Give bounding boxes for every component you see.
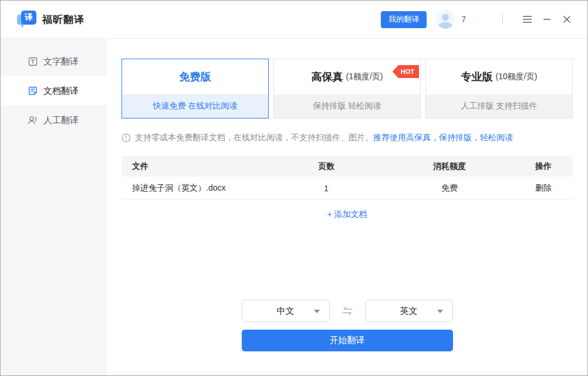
page-count: 1 <box>268 184 385 193</box>
delete-button[interactable]: 删除 <box>514 183 573 194</box>
table-row: 掉进兔子洞（英文）.docx 1 免费 删除 <box>121 177 573 200</box>
plan-description: 人工排版 支持扫描件 <box>426 94 572 118</box>
file-name: 掉进兔子洞（英文）.docx <box>121 183 268 194</box>
human-translate-icon <box>28 116 38 126</box>
column-header-quota: 消耗额度 <box>385 161 514 172</box>
titlebar-actions: 我的翻译 7 <box>381 10 575 29</box>
sidebar: 文字翻译 文档翻译 <box>1 39 107 375</box>
avatar[interactable] <box>436 10 455 29</box>
main-content: 免费版 快速免费 在线对比阅读 HOT 高保真 (1额度/页) 保持排版 轻松阅… <box>107 39 587 375</box>
sidebar-item-text-translate[interactable]: 文字翻译 <box>1 47 107 76</box>
plan-title: 高保真 <box>312 70 343 84</box>
swap-languages-icon[interactable] <box>330 306 365 316</box>
sidebar-item-label: 文字翻译 <box>43 56 79 67</box>
plan-card-free[interactable]: 免费版 快速免费 在线对比阅读 <box>121 59 269 118</box>
notice-bar: 支持零成本免费翻译文档，在线对比阅读，不支持扫描件、图片。 推荐使用高保真，保持… <box>121 133 573 143</box>
app-title: 福昕翻译 <box>42 13 85 26</box>
start-translate-button[interactable]: 开始翻译 <box>242 330 453 351</box>
plan-title: 免费版 <box>180 70 211 84</box>
plan-card-pro[interactable]: 专业版 (10额度/页) 人工排版 支持扫描件 <box>425 59 573 118</box>
logo-glyph: 译 <box>21 11 36 25</box>
sidebar-item-label: 人工翻译 <box>43 115 79 126</box>
user-avatar-icon <box>436 10 455 29</box>
table-header: 文件 页数 消耗额度 操作 <box>121 156 573 177</box>
sidebar-item-label: 文档翻译 <box>43 86 79 97</box>
add-document-row: + 添加文档 <box>121 209 573 220</box>
app-logo-icon: 译 <box>17 11 36 28</box>
column-header-pages: 页数 <box>268 161 385 172</box>
source-language-value: 中文 <box>277 306 295 317</box>
add-document-link[interactable]: + 添加文档 <box>327 209 367 219</box>
plan-cards: 免费版 快速免费 在线对比阅读 HOT 高保真 (1额度/页) 保持排版 轻松阅… <box>121 59 573 118</box>
my-translations-button[interactable]: 我的翻译 <box>381 11 427 28</box>
plan-card-hifi[interactable]: HOT 高保真 (1额度/页) 保持排版 轻松阅读 <box>273 59 421 118</box>
document-translate-icon <box>28 86 38 96</box>
close-icon[interactable] <box>559 12 575 27</box>
plan-price: (10额度/页) <box>496 72 538 82</box>
target-language-select[interactable]: 英文 <box>365 300 453 322</box>
text-translate-icon <box>28 57 38 67</box>
plan-price: (1额度/页) <box>346 72 383 82</box>
file-table: 文件 页数 消耗额度 操作 掉进兔子洞（英文）.docx 1 免费 删除 <box>121 156 573 200</box>
menu-icon[interactable] <box>519 12 535 27</box>
column-header-file: 文件 <box>121 161 268 172</box>
plan-description: 快速免费 在线对比阅读 <box>122 94 268 118</box>
column-header-action: 操作 <box>514 161 573 172</box>
sidebar-item-document-translate[interactable]: 文档翻译 <box>1 76 107 106</box>
title-bar: 译 福昕翻译 我的翻译 7 <box>1 1 587 39</box>
app-window: 译 福昕翻译 我的翻译 7 <box>0 0 588 376</box>
notice-text: 支持零成本免费翻译文档，在线对比阅读，不支持扫描件、图片。 <box>135 133 373 143</box>
recommend-hifi-link[interactable]: 推荐使用高保真，保持排版，轻松阅读 <box>373 133 513 143</box>
source-language-select[interactable]: 中文 <box>242 300 330 322</box>
info-icon <box>121 133 131 143</box>
language-selector-row: 中文 英文 <box>121 300 573 322</box>
minimize-icon[interactable] <box>539 12 555 27</box>
target-language-value: 英文 <box>400 306 418 317</box>
quota-value: 免费 <box>385 183 514 194</box>
divider <box>502 14 503 25</box>
plan-title: 专业版 <box>461 70 493 84</box>
chevron-down-icon <box>314 310 320 313</box>
sidebar-item-human-translate[interactable]: 人工翻译 <box>1 106 107 135</box>
chevron-down-icon <box>437 310 443 313</box>
credit-count: 7 <box>461 15 466 24</box>
app-logo: 译 福昕翻译 <box>17 11 85 28</box>
plan-description: 保持排版 轻松阅读 <box>274 94 420 118</box>
